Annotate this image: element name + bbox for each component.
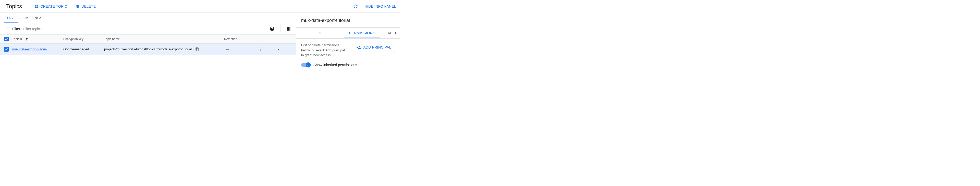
panel-tab-permissions[interactable]: PERMISSIONS (344, 28, 380, 38)
help-icon (269, 26, 275, 31)
row-actions-menu[interactable] (257, 46, 264, 53)
check-icon (307, 63, 310, 66)
columns-icon (286, 26, 291, 31)
svg-point-0 (261, 48, 261, 48)
col-retention[interactable]: Retention (224, 37, 257, 41)
row-expand-button[interactable] (275, 46, 282, 53)
columns-button[interactable] (285, 25, 293, 33)
topic-id-link[interactable]: mux-data-export-tutorial (12, 47, 48, 51)
info-panel: mux-data-export-tutorial PERMISSIONS LAB… (296, 13, 400, 72)
row-checkbox[interactable] (4, 47, 9, 51)
chevron-left-icon (318, 30, 322, 35)
inherited-permissions-toggle[interactable] (301, 63, 310, 67)
panel-tabs-scroll-left[interactable] (296, 27, 344, 38)
col-topic-id-label: Topic ID (12, 37, 23, 41)
panel-tabs-scroll-right[interactable] (391, 27, 400, 38)
panel-title: mux-data-export-tutorial (296, 17, 400, 27)
kebab-icon (259, 47, 263, 51)
create-topic-button[interactable]: CREATE TOPIC (34, 4, 67, 9)
refresh-button[interactable] (352, 2, 360, 10)
tab-metrics[interactable]: METRICS (22, 13, 46, 23)
header-select-all[interactable] (0, 37, 12, 42)
chevron-down-icon (275, 47, 281, 52)
tab-list[interactable]: LIST (4, 13, 18, 23)
encryption-value: Google-managed (63, 47, 104, 51)
help-button[interactable] (268, 25, 276, 33)
delete-button[interactable]: DELETE (75, 4, 96, 9)
svg-point-2 (261, 50, 261, 51)
trash-icon (75, 4, 80, 9)
create-topic-label: CREATE TOPIC (40, 4, 67, 8)
chevron-right-icon (393, 30, 398, 35)
plus-box-icon (34, 4, 39, 9)
copy-icon (195, 47, 199, 51)
topic-name-value: projects/mux-exports-tutorial/topics/mux… (104, 47, 192, 51)
inherited-permissions-label: Show inherited permissions (313, 63, 357, 67)
sort-asc-icon (25, 37, 29, 41)
add-principal-label: ADD PRINCIPAL (363, 45, 391, 49)
panel-tab-labels[interactable]: LABELS (380, 28, 391, 38)
filter-icon (5, 27, 10, 31)
select-all-checkbox[interactable] (4, 37, 9, 42)
table-row[interactable]: mux-data-export-tutorial Google-managed … (0, 44, 296, 55)
col-encryption[interactable]: Encryption key (63, 37, 104, 41)
retention-value: — (224, 47, 257, 51)
col-topic-id[interactable]: Topic ID (12, 37, 63, 41)
hide-info-panel-button[interactable]: HIDE INFO PANEL (365, 4, 396, 8)
page-title: Topics (6, 3, 22, 10)
svg-point-1 (261, 49, 261, 50)
permissions-help-text: Edit or delete permissions below, or sel… (301, 43, 348, 58)
delete-label: DELETE (81, 4, 96, 8)
filter-input[interactable] (23, 27, 268, 31)
refresh-icon (353, 3, 358, 9)
add-principal-button[interactable]: ADD PRINCIPAL (353, 43, 395, 52)
filter-label: Filter (12, 27, 20, 31)
copy-button[interactable] (194, 46, 201, 53)
left-tabs: LIST METRICS (0, 13, 296, 23)
add-person-icon (356, 45, 361, 50)
col-topic-name[interactable]: Topic name (104, 37, 224, 41)
